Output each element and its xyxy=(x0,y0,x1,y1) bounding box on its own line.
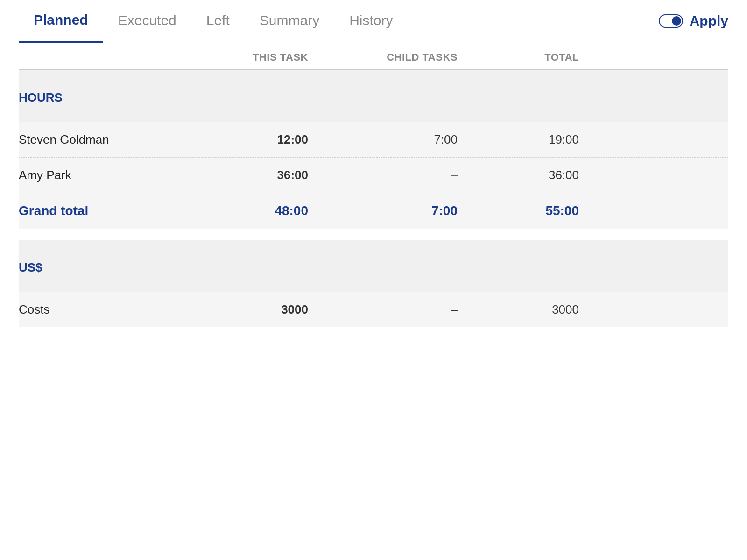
row-label-amy: Amy Park xyxy=(19,168,196,182)
grand-total-total: 55:00 xyxy=(467,203,588,218)
tab-planned[interactable]: Planned xyxy=(19,0,103,43)
tab-bar: Planned Executed Left Summary History xyxy=(19,0,659,42)
usd-section-title: US$ xyxy=(19,260,196,275)
section-gap xyxy=(19,231,728,240)
apply-section: Apply xyxy=(659,13,728,29)
row-this-task-steven: 12:00 xyxy=(196,133,317,147)
header: Planned Executed Left Summary History Ap… xyxy=(0,0,747,42)
table-row: Amy Park 36:00 – 36:00 xyxy=(19,157,728,193)
hours-section-header: HOURS xyxy=(19,70,728,122)
tab-left[interactable]: Left xyxy=(191,0,245,43)
row-total-steven: 19:00 xyxy=(467,133,588,147)
grand-total-row: Grand total 48:00 7:00 55:00 xyxy=(19,193,728,229)
grand-total-child-tasks: 7:00 xyxy=(317,203,467,218)
usd-section-header: US$ xyxy=(19,240,728,292)
row-total-costs: 3000 xyxy=(467,302,588,317)
row-this-task-amy: 36:00 xyxy=(196,168,317,182)
row-child-tasks-steven: 7:00 xyxy=(317,133,467,147)
toggle-circle xyxy=(672,16,681,26)
main-content: THIS TASK CHILD TASKS TOTAL HOURS Steven… xyxy=(0,42,747,327)
table-row: Costs 3000 – 3000 xyxy=(19,292,728,327)
col-header-name xyxy=(19,51,196,63)
tab-executed[interactable]: Executed xyxy=(103,0,191,43)
tab-history[interactable]: History xyxy=(334,0,408,43)
row-label-costs: Costs xyxy=(19,302,196,317)
col-header-child-tasks: CHILD TASKS xyxy=(317,51,467,63)
col-header-total: TOTAL xyxy=(467,51,588,63)
hours-section: HOURS Steven Goldman 12:00 7:00 19:00 Am… xyxy=(19,70,728,229)
row-total-amy: 36:00 xyxy=(467,168,588,182)
row-child-tasks-amy: – xyxy=(317,168,467,182)
usd-section: US$ Costs 3000 – 3000 xyxy=(19,240,728,327)
grand-total-label: Grand total xyxy=(19,203,196,218)
tab-summary[interactable]: Summary xyxy=(245,0,334,43)
apply-toggle[interactable] xyxy=(659,14,683,28)
row-label-steven: Steven Goldman xyxy=(19,133,196,147)
col-header-this-task: THIS TASK xyxy=(196,51,317,63)
apply-label[interactable]: Apply xyxy=(690,13,728,29)
row-this-task-costs: 3000 xyxy=(196,302,317,317)
table-header: THIS TASK CHILD TASKS TOTAL xyxy=(19,42,728,70)
row-child-tasks-costs: – xyxy=(317,302,467,317)
table-row: Steven Goldman 12:00 7:00 19:00 xyxy=(19,122,728,157)
hours-section-title: HOURS xyxy=(19,91,196,105)
grand-total-this-task: 48:00 xyxy=(196,203,317,218)
